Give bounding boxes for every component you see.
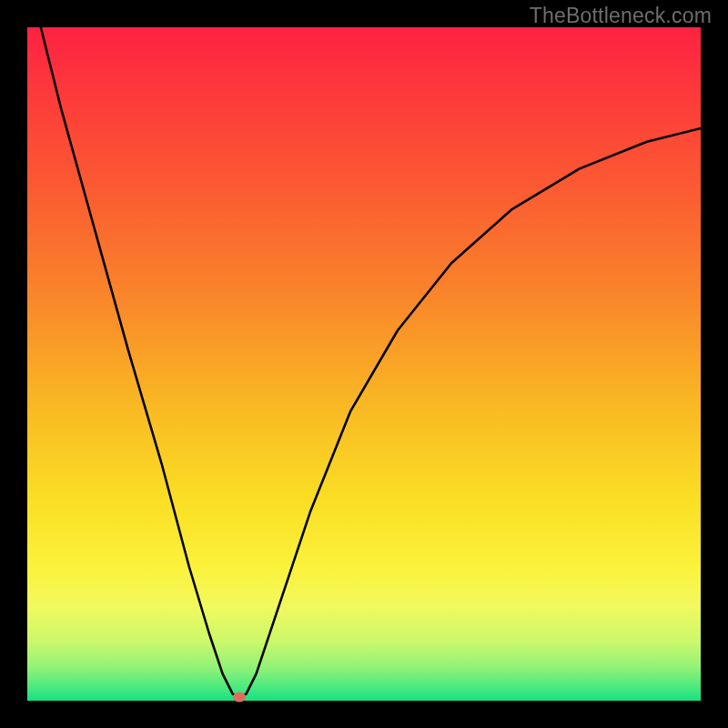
bottleneck-curve	[41, 27, 701, 697]
watermark-text: TheBottleneck.com	[530, 4, 712, 28]
chart-frame: TheBottleneck.com	[0, 0, 728, 728]
curve-svg	[27, 27, 701, 701]
minimum-marker-icon	[233, 693, 246, 703]
plot-area	[27, 27, 701, 701]
